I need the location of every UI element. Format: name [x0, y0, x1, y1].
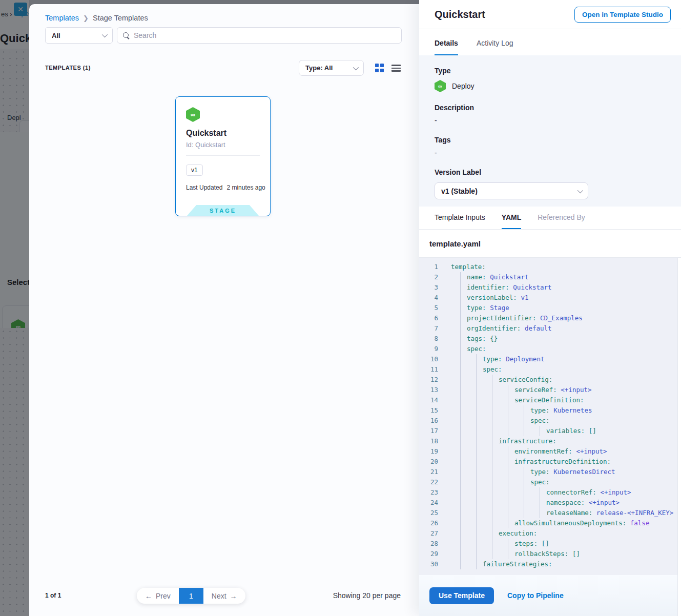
- line-number: 24: [419, 498, 438, 508]
- code-line: 23connectorRef: <+input>: [419, 487, 681, 498]
- panel-subtabs: Template Inputs YAML Referenced By: [419, 207, 681, 230]
- chevron-down-icon: [577, 187, 583, 193]
- page-number-button[interactable]: 1: [179, 588, 203, 604]
- details-section: Type ∞ Deploy Description - Tags - Versi…: [419, 55, 681, 207]
- code-line: 13serviceRef: <+input>: [419, 385, 681, 395]
- panel-footer: Use Template Copy to Pipeline: [419, 575, 681, 616]
- search-icon: [122, 32, 130, 39]
- code-line: 20infrastructureDefinition:: [419, 457, 681, 467]
- yaml-editor[interactable]: 1template:2name: Quickstart3identifier: …: [419, 258, 681, 575]
- scope-filter-select[interactable]: All: [45, 27, 113, 44]
- code-line: 21type: KubernetesDirect: [419, 467, 681, 477]
- line-number: 12: [419, 375, 438, 385]
- line-number: 10: [419, 354, 438, 364]
- use-template-button[interactable]: Use Template: [429, 587, 494, 604]
- code-line: 27execution:: [419, 528, 681, 539]
- code-line: 9spec:: [419, 344, 681, 354]
- last-updated-label: Last Updated: [186, 184, 222, 191]
- code-line: 25releaseName: release-<+INFRA_KEY>: [419, 508, 681, 518]
- code-line: 3identifier: Quickstart: [419, 282, 681, 293]
- open-in-template-studio-button[interactable]: Open in Template Studio: [574, 7, 671, 23]
- arrow-right-icon: →: [230, 592, 237, 600]
- tab-yaml[interactable]: YAML: [502, 207, 521, 229]
- stage-badge: STAGE: [187, 205, 259, 216]
- tags-value: -: [435, 149, 666, 157]
- search-box[interactable]: [117, 27, 402, 44]
- code-line: 5type: Stage: [419, 303, 681, 313]
- panel-title: Quickstart: [435, 9, 485, 20]
- panel-header: Quickstart Open in Template Studio: [419, 0, 681, 29]
- breadcrumb-templates-link[interactable]: Templates: [45, 14, 79, 22]
- code-line: 18infrastructure:: [419, 436, 681, 446]
- breadcrumb-current: Stage Templates: [93, 14, 148, 22]
- code-line: 10type: Deployment: [419, 354, 681, 364]
- type-value: Deploy: [452, 82, 474, 90]
- last-updated-value: 2 minutes ago: [226, 184, 265, 191]
- code-line: 7orgIdentifier: default: [419, 323, 681, 334]
- description-value: -: [435, 116, 666, 125]
- yaml-file-name: template.yaml: [419, 230, 681, 258]
- next-page-button[interactable]: Next →: [203, 588, 245, 604]
- code-line: 17variables: []: [419, 426, 681, 436]
- code-line: 24namespace: <+input>: [419, 498, 681, 508]
- search-input[interactable]: [134, 31, 396, 39]
- template-selector-modal: Templates ❯ Stage Templates All TEMPLATE…: [29, 4, 419, 616]
- last-updated-row: Last Updated 2 minutes ago: [186, 184, 265, 191]
- arrow-left-icon: ←: [145, 592, 152, 600]
- version-select[interactable]: v1 (Stable): [435, 182, 588, 199]
- code-line: 2name: Quickstart: [419, 272, 681, 282]
- code-line: 29rollbackSteps: []: [419, 549, 681, 559]
- scrollbar-track[interactable]: [677, 258, 681, 616]
- line-number: 25: [419, 508, 438, 518]
- code-line: 26allowSimultaneousDeployments: false: [419, 518, 681, 528]
- tab-activity-log[interactable]: Activity Log: [477, 39, 513, 55]
- screen: es › Pipel Quicks Depl Select s ∞ Deplo …: [0, 0, 681, 616]
- chevron-right-icon: ❯: [83, 14, 89, 22]
- line-number: 16: [419, 416, 438, 426]
- line-number: 7: [419, 323, 438, 334]
- line-number: 6: [419, 313, 438, 323]
- line-number: 17: [419, 426, 438, 436]
- scope-filter-value: All: [52, 32, 60, 39]
- code-line: 12serviceConfig:: [419, 375, 681, 385]
- code-line: 14serviceDefinition:: [419, 395, 681, 405]
- line-number: 27: [419, 528, 438, 539]
- description-label: Description: [435, 104, 666, 112]
- line-number: 30: [419, 559, 438, 569]
- list-view-icon[interactable]: [391, 65, 401, 72]
- copy-to-pipeline-link[interactable]: Copy to Pipeline: [507, 591, 564, 600]
- line-number: 15: [419, 405, 438, 416]
- tab-referenced-by[interactable]: Referenced By: [538, 207, 585, 229]
- tab-template-inputs[interactable]: Template Inputs: [435, 207, 485, 229]
- line-number: 5: [419, 303, 438, 313]
- line-number: 3: [419, 282, 438, 293]
- prev-page-button[interactable]: ← Prev: [137, 588, 179, 604]
- template-card-id: Id: Quickstart: [186, 141, 225, 149]
- templates-count-label: TEMPLATES (1): [45, 65, 91, 71]
- code-line: 19environmentRef: <+input>: [419, 446, 681, 457]
- pagination: ← Prev 1 Next →: [137, 588, 245, 604]
- line-number: 26: [419, 518, 438, 528]
- background-page: es › Pipel Quicks Depl Select s ∞ Deplo …: [0, 0, 29, 616]
- grid-view-icon[interactable]: [375, 64, 384, 72]
- line-number: 9: [419, 344, 438, 354]
- tab-details[interactable]: Details: [435, 39, 458, 55]
- deploy-icon: ∞: [186, 107, 200, 122]
- code-line: 11spec:: [419, 364, 681, 375]
- tags-label: Tags: [435, 136, 666, 144]
- template-card-quickstart[interactable]: ∞ Quickstart Id: Quickstart v1 Last Upda…: [175, 96, 271, 216]
- page-summary: 1 of 1: [45, 592, 61, 599]
- code-line: 8tags: {}: [419, 334, 681, 344]
- type-filter-select[interactable]: Type: All: [299, 60, 364, 76]
- card-divider: [186, 155, 260, 156]
- type-filter-value: Type: All: [305, 64, 333, 72]
- line-number: 21: [419, 467, 438, 477]
- line-number: 20: [419, 457, 438, 467]
- line-number: 18: [419, 436, 438, 446]
- code-line: 30failureStrategies:: [419, 559, 681, 569]
- line-number: 29: [419, 549, 438, 559]
- deploy-icon: ∞: [435, 80, 446, 92]
- version-label: Version Label: [435, 168, 666, 176]
- line-number: 14: [419, 395, 438, 405]
- code-line: 15type: Kubernetes: [419, 405, 681, 416]
